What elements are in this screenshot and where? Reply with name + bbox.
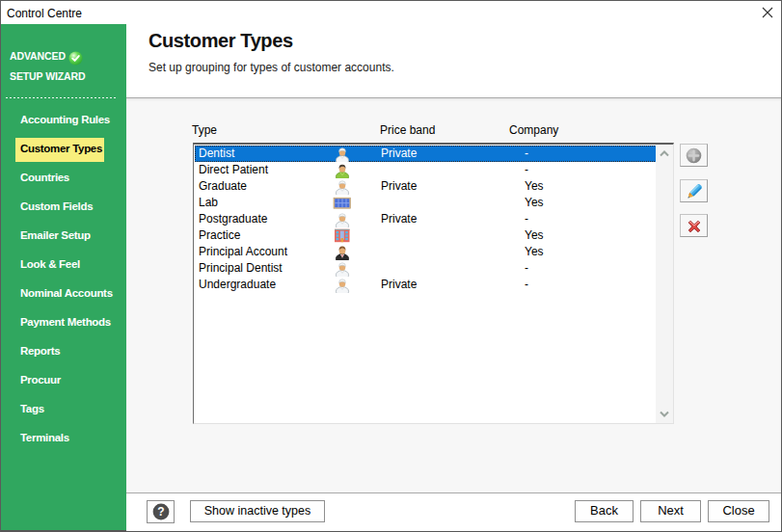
- svg-text:?: ?: [157, 505, 164, 519]
